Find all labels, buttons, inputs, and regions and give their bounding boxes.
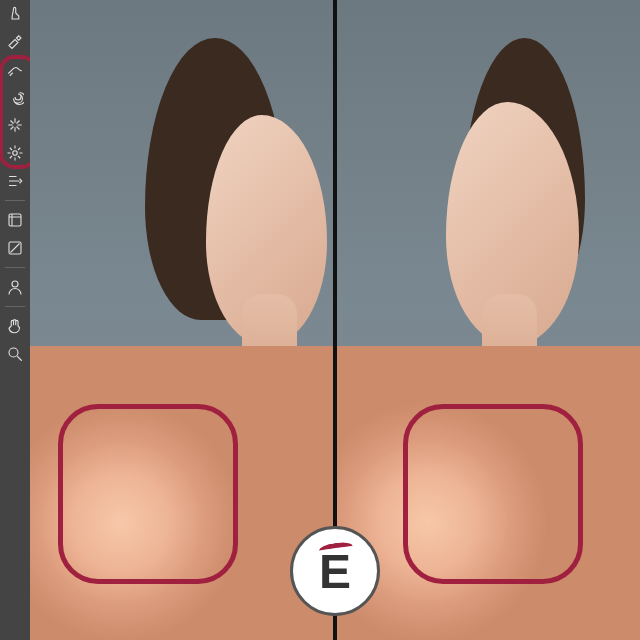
photo-fabric bbox=[337, 346, 640, 640]
finger-icon bbox=[6, 4, 24, 22]
reconstruct-tool[interactable] bbox=[4, 30, 26, 52]
smooth-tool[interactable] bbox=[4, 58, 26, 80]
svg-point-4 bbox=[9, 348, 18, 357]
thaw-icon bbox=[6, 239, 24, 257]
forward-warp-tool[interactable] bbox=[4, 2, 26, 24]
liquify-workspace: E bbox=[0, 0, 640, 640]
pucker-icon bbox=[6, 116, 24, 134]
svg-rect-1 bbox=[9, 214, 21, 226]
liquify-toolbar bbox=[0, 0, 30, 640]
toolbar-separator bbox=[5, 306, 25, 307]
zoom-tool[interactable] bbox=[4, 343, 26, 365]
bloat-icon bbox=[6, 144, 24, 162]
photo-fabric bbox=[30, 346, 333, 640]
hand-icon bbox=[6, 317, 24, 335]
comparison-canvas[interactable]: E bbox=[30, 0, 640, 640]
freeze-icon bbox=[6, 211, 24, 229]
after-view bbox=[337, 0, 640, 640]
face-tool[interactable] bbox=[4, 276, 26, 298]
spiral-icon bbox=[6, 88, 24, 106]
twirl-tool[interactable] bbox=[4, 86, 26, 108]
magnifier-icon bbox=[6, 345, 24, 363]
thaw-mask-tool[interactable] bbox=[4, 237, 26, 259]
toolbar-separator bbox=[5, 200, 25, 201]
face-icon bbox=[6, 278, 24, 296]
push-left-tool[interactable] bbox=[4, 170, 26, 192]
brush-back-icon bbox=[6, 32, 24, 50]
freeze-mask-tool[interactable] bbox=[4, 209, 26, 231]
smooth-brush-icon bbox=[6, 60, 24, 78]
hand-tool[interactable] bbox=[4, 315, 26, 337]
before-view bbox=[30, 0, 333, 640]
svg-point-0 bbox=[13, 151, 18, 156]
toolbar-separator bbox=[5, 267, 25, 268]
svg-point-3 bbox=[12, 281, 18, 287]
bloat-tool[interactable] bbox=[4, 142, 26, 164]
pucker-tool[interactable] bbox=[4, 114, 26, 136]
push-left-icon bbox=[6, 172, 24, 190]
